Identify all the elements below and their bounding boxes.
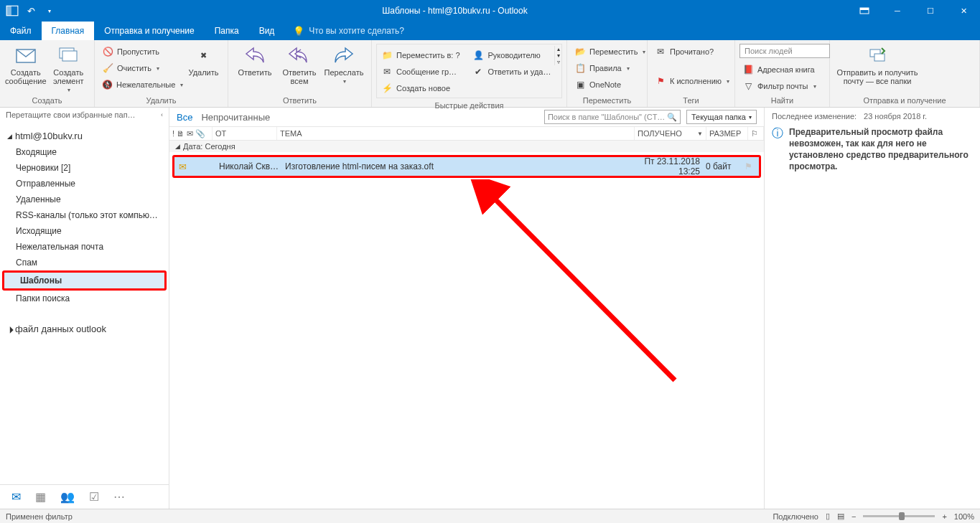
nav-more-icon[interactable]: ⋯ — [113, 490, 125, 504]
onenote-icon: ▣ — [574, 79, 586, 90]
close-button[interactable]: ✕ — [947, 0, 980, 22]
followup-button[interactable]: ⚑К исполнению — [652, 73, 732, 89]
reply-button[interactable]: Ответить — [233, 42, 277, 77]
nav-mail-icon[interactable]: ✉ — [11, 490, 21, 504]
folder-junk[interactable]: Нежелательная почта — [0, 239, 169, 255]
col-icons[interactable]: !🗎✉📎 — [169, 127, 213, 140]
junk-icon: 🚷 — [102, 79, 113, 90]
address-book-button[interactable]: 📕Адресная книга — [739, 62, 830, 77]
col-size[interactable]: РАЗМЕР — [706, 127, 748, 140]
folder-outbox[interactable]: Исходящие — [0, 223, 169, 239]
menu-bar: Файл Главная Отправка и получение Папка … — [0, 22, 980, 40]
folder-templates[interactable]: Шаблоны — [4, 273, 164, 288]
tab-file[interactable]: Файл — [0, 22, 42, 40]
onenote-button[interactable]: ▣OneNote — [571, 77, 648, 93]
quickstep-moveto[interactable]: 📁Переместить в: ? — [378, 47, 470, 63]
message-row[interactable]: ✉ Николай Скво… Изготовление html-писем … — [174, 157, 759, 176]
filter-icon: ▽ — [742, 80, 754, 92]
new-email-button[interactable]: Создать сообщение — [4, 42, 47, 85]
col-from[interactable]: ОТ — [213, 127, 277, 140]
search-folder-input[interactable]: Поиск в папке "Шаблоны" (CT…🔍 — [544, 110, 681, 124]
send-receive-all-button[interactable]: Отправить и получить почту — все папки — [834, 42, 920, 85]
quickstep-manager[interactable]: 👤Руководителю — [470, 47, 554, 63]
forward-icon — [332, 44, 355, 67]
quicksteps-down-icon[interactable]: ▾ — [557, 52, 560, 59]
zoom-in-icon[interactable]: + — [942, 512, 946, 521]
group-new-label: Создать — [4, 96, 90, 107]
quickstep-team[interactable]: ✉Сообщение гр… — [378, 64, 470, 80]
group-header-today[interactable]: ◢Дата: Сегодня — [169, 141, 764, 152]
tab-send-receive[interactable]: Отправка и получение — [94, 22, 204, 40]
quickstep-replydel[interactable]: ✔Ответить и уда… — [470, 64, 554, 80]
zoom-slider[interactable] — [863, 515, 935, 517]
folder-search[interactable]: Папки поиска — [0, 291, 169, 306]
cleanup-button[interactable]: 🧹Очистить — [99, 60, 184, 76]
message-from: Николай Скво… — [219, 161, 279, 171]
filter-mail-button[interactable]: ▽Фильтр почты — [739, 78, 830, 94]
quicksteps-expand-icon[interactable]: ▿ — [557, 59, 560, 65]
col-received[interactable]: ПОЛУЧЕНО▼ — [635, 127, 706, 140]
new-items-button[interactable]: Создать элемент — [47, 42, 90, 93]
folder-spam[interactable]: Спам — [0, 255, 169, 270]
message-flag-icon[interactable]: ⚑ — [745, 161, 755, 171]
qat-dropdown-icon[interactable]: ▾ — [43, 4, 56, 17]
svg-rect-1 — [6, 6, 11, 16]
quickstep-new[interactable]: ⚡Создать новое — [378, 80, 470, 96]
account2-header[interactable]: ◢файл данных outlook — [0, 321, 169, 337]
folder-pane: Перетащите свои избранные пап…‹ ◢html@10… — [0, 108, 169, 509]
tell-me[interactable]: 💡Что вы хотите сделать? — [284, 22, 404, 40]
chevron-left-icon[interactable]: ‹ — [161, 111, 163, 118]
view-reading-icon[interactable]: ▤ — [837, 512, 844, 521]
maximize-button[interactable]: ☐ — [914, 0, 947, 22]
annotation-box-message: ✉ Николай Скво… Изготовление html-писем … — [172, 155, 761, 178]
folder-sent[interactable]: Отправленные — [0, 176, 169, 192]
preview-meta-label: Последнее изменение: — [772, 112, 857, 121]
annotation-box-folder: Шаблоны — [2, 270, 167, 291]
col-subject[interactable]: ТЕМА — [277, 127, 635, 140]
folder-deleted[interactable]: Удаленные — [0, 192, 169, 207]
folder-rss[interactable]: RSS-каналы (только этот компьют… — [0, 207, 169, 223]
reading-pane: Последнее изменение: 23 ноября 2018 г. ⓘ… — [765, 108, 980, 509]
account-header[interactable]: ◢html@10bukv.ru — [0, 128, 169, 144]
new-email-icon — [14, 44, 37, 67]
rules-button[interactable]: 📋Правила — [571, 60, 648, 76]
minimize-button[interactable]: ─ — [881, 0, 914, 22]
info-icon: ⓘ — [772, 126, 783, 172]
undo-icon[interactable]: ↶ — [24, 4, 37, 17]
zoom-out-icon[interactable]: − — [851, 512, 856, 521]
read-unread-button[interactable]: ✉Прочитано? — [652, 44, 732, 60]
junk-button[interactable]: 🚷Нежелательные — [99, 77, 184, 93]
column-headers: !🗎✉📎 ОТ ТЕМА ПОЛУЧЕНО▼ РАЗМЕР ⚐ — [169, 126, 764, 141]
tab-home[interactable]: Главная — [42, 22, 95, 40]
tab-folder[interactable]: Папка — [205, 22, 249, 40]
svg-rect-6 — [62, 51, 77, 61]
col-flag[interactable]: ⚐ — [748, 127, 764, 140]
move-icon: 📂 — [574, 46, 586, 57]
tab-view[interactable]: Вид — [249, 22, 285, 40]
search-scope-dropdown[interactable]: Текущая папка▾ — [686, 110, 757, 124]
svg-rect-8 — [874, 54, 885, 61]
search-people-input[interactable]: Поиск людей — [739, 44, 830, 58]
ribbon: Создать сообщение Создать элемент Создат… — [0, 40, 980, 108]
nav-people-icon[interactable]: 👥 — [60, 490, 75, 504]
move-button[interactable]: 📂Переместить — [571, 44, 648, 60]
ignore-button[interactable]: 🚫Пропустить — [99, 44, 184, 60]
quicksteps-up-icon[interactable]: ▴ — [557, 46, 560, 52]
reply-all-button[interactable]: Ответить всем — [277, 42, 322, 85]
ribbon-options-icon[interactable] — [848, 0, 881, 22]
filter-all[interactable]: Все — [177, 112, 192, 123]
folder-inbox[interactable]: Входящие — [0, 144, 169, 160]
nav-calendar-icon[interactable]: ▦ — [35, 490, 46, 504]
nav-tasks-icon[interactable]: ☑ — [89, 490, 99, 504]
status-connection: Подключено — [773, 512, 818, 521]
delete-button[interactable]: ✖ Удалить — [184, 42, 223, 77]
folder-drafts[interactable]: Черновики [2] — [0, 160, 169, 176]
favorites-header[interactable]: Перетащите свои избранные пап…‹ — [0, 108, 169, 122]
message-size: 0 байт — [706, 161, 739, 171]
filter-unread[interactable]: Непрочитанные — [201, 112, 270, 123]
view-normal-icon[interactable]: ▯ — [826, 512, 830, 521]
expand-icon: ◢ — [7, 133, 12, 140]
reply-all-icon — [288, 44, 311, 67]
reply-icon — [243, 44, 266, 67]
forward-button[interactable]: Переслать — [322, 42, 366, 85]
